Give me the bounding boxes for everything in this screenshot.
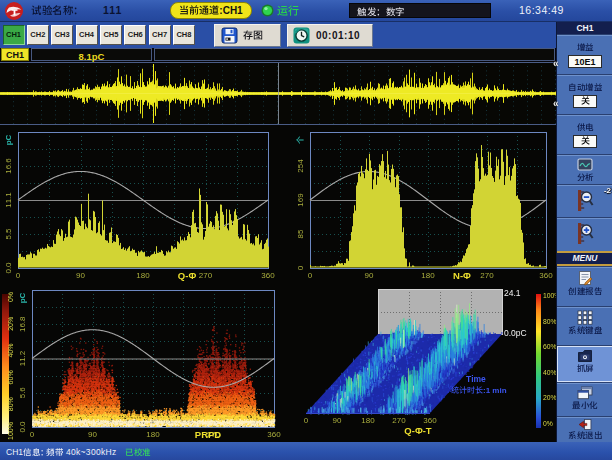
channel-tab-ch6[interactable]: CH6 <box>124 25 146 45</box>
channel-tab-ch3[interactable]: CH3 <box>51 25 73 45</box>
report-document-icon <box>577 270 593 286</box>
app-logo-icon <box>4 1 24 21</box>
timer-value: 00:01:10 <box>316 30 360 41</box>
system-clock: 16:34:49 <box>519 4 564 16</box>
zoom-out-button[interactable]: -2 <box>557 184 612 217</box>
create-report-label <box>557 286 612 296</box>
q-phi-t-3d-canvas <box>296 285 556 442</box>
control-sidebar: CH1 « 10E1 « -2 <box>556 22 612 442</box>
band-value: 40k~300kHz <box>66 447 117 457</box>
channel-tab-row: CH8CH7CH6CH5CH4CH3CH2CH1 00:01:10 <box>0 22 556 48</box>
save-image-button[interactable] <box>214 24 281 47</box>
save-image-label <box>243 30 263 41</box>
test-name-value: 111 <box>103 4 122 16</box>
zoom-out-icon <box>576 188 594 213</box>
zoom-level-badge: -2 <box>604 186 611 195</box>
floppy-disk-icon <box>221 27 238 44</box>
channel-tab-ch5[interactable]: CH5 <box>100 25 122 45</box>
amplitude-readout-box: 8.1pC <box>31 48 152 61</box>
channel-tab-ch4[interactable]: CH4 <box>76 25 98 45</box>
system-exit-button[interactable] <box>557 416 612 442</box>
auto-gain-button[interactable]: « <box>557 74 612 114</box>
system-keyboard-label <box>557 325 612 335</box>
collapse-chevron-icon[interactable]: « <box>553 98 559 109</box>
history-clock-icon <box>293 27 310 44</box>
create-report-button[interactable] <box>557 266 612 306</box>
channel-info-label: CH1 <box>6 447 49 457</box>
zoom-in-icon <box>576 221 594 246</box>
minimize-button[interactable] <box>557 382 612 416</box>
channel-tab-ch8[interactable]: CH8 <box>173 25 195 45</box>
auto-gain-label <box>557 82 612 92</box>
run-status-label <box>277 4 299 16</box>
collapse-chevron-icon[interactable]: « <box>553 58 559 69</box>
analysis-plots-area <box>0 125 556 442</box>
sidebar-channel-header: CH1 <box>557 22 612 34</box>
system-keyboard-button[interactable] <box>557 306 612 345</box>
status-bar: CH1 40k~300kHz <box>0 442 612 460</box>
band-label <box>46 447 63 457</box>
screen-capture-icon <box>577 349 593 363</box>
run-status-led-icon <box>261 4 274 17</box>
channel-badge: CH1 <box>1 48 29 61</box>
current-channel-pill: :CH1 <box>170 2 252 19</box>
keyboard-icon <box>577 310 593 325</box>
trigger-mode-box <box>349 3 491 18</box>
zoom-in-button[interactable] <box>557 217 612 251</box>
channel-tab-ch2[interactable]: CH2 <box>27 25 49 45</box>
waveform-header: CH1 8.1pC <box>0 48 556 62</box>
test-name-label <box>31 4 84 16</box>
calibrated-badge <box>125 447 151 457</box>
analyze-button[interactable] <box>557 154 612 184</box>
gain-value[interactable]: 10E1 <box>568 55 602 68</box>
analysis-chart-icon <box>577 158 593 172</box>
minimize-label <box>557 400 612 410</box>
gain-label <box>557 42 612 52</box>
minimize-windows-icon <box>577 386 593 400</box>
analyze-label <box>557 172 612 182</box>
system-exit-label <box>557 430 612 440</box>
gain-button[interactable]: « 10E1 <box>557 34 612 74</box>
menu-button[interactable]: MENU <box>557 251 612 266</box>
power-supply-label <box>557 122 612 132</box>
prpd-heatmap-canvas <box>0 285 296 442</box>
top-bar: 111 :CH1 16:34:49 <box>0 0 612 22</box>
time-domain-waveform-canvas <box>0 62 556 125</box>
q-phi-histogram-canvas <box>0 125 296 285</box>
channel-tab-ch7[interactable]: CH7 <box>149 25 171 45</box>
screen-capture-label <box>557 363 612 373</box>
waveform-header-spacer <box>154 48 555 61</box>
screen-capture-button[interactable] <box>557 345 612 382</box>
exit-icon <box>578 419 592 430</box>
auto-gain-value[interactable] <box>573 95 597 108</box>
power-supply-button[interactable] <box>557 114 612 154</box>
pd-analyzer-app: 111 :CH1 16:34:49 CH8CH7CH6CH5CH4CH3CH2C… <box>0 0 612 460</box>
elapsed-timer[interactable]: 00:01:10 <box>287 24 373 47</box>
channel-tab-ch1[interactable]: CH1 <box>3 25 25 45</box>
amplitude-value: 8.1pC <box>79 51 105 62</box>
power-supply-value[interactable] <box>573 135 597 148</box>
n-phi-histogram-canvas <box>296 125 556 285</box>
